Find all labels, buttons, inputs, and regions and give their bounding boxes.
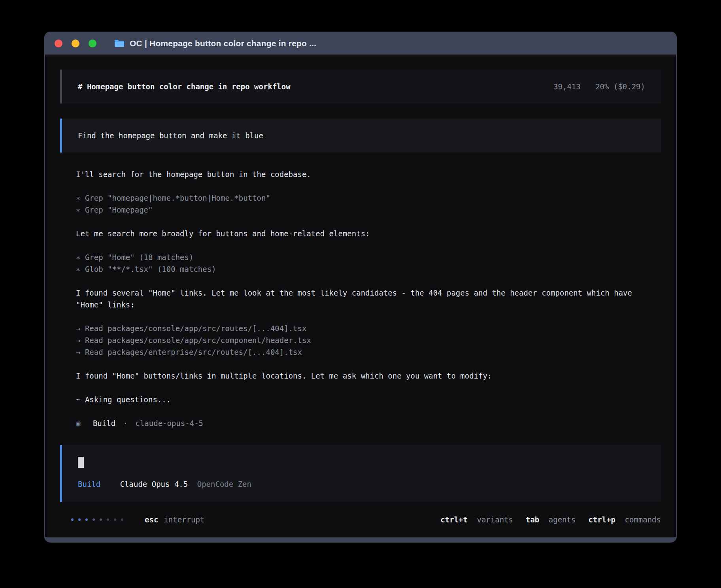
text-cursor [78, 457, 84, 468]
session-title: # Homepage button color change in repo w… [78, 81, 291, 92]
folder-icon [114, 39, 125, 48]
token-count: 39,413 [553, 82, 581, 91]
tool-call-read: → Read packages/enterprise/src/routes/[.… [76, 346, 645, 358]
mode-label: Build [78, 480, 100, 488]
tool-call-glob: ∗ Glob "**/*.tsx" (100 matches) [76, 263, 645, 275]
zoom-button[interactable] [89, 40, 96, 47]
model-label: Claude Opus 4.5 [120, 480, 188, 488]
window-title: OC | Homepage button color change in rep… [130, 39, 316, 48]
agent-model: claude-opus-4-5 [135, 419, 203, 428]
status-bar: esc interrupt ctrl+t variants tab agents… [60, 514, 661, 526]
session-header: # Homepage button color change in repo w… [60, 70, 661, 104]
close-button[interactable] [55, 40, 62, 47]
traffic-lights [55, 40, 106, 47]
status-bar-right: ctrl+t variants tab agents ctrl+p comman… [428, 514, 661, 526]
agent-icon: ▣ [76, 419, 80, 428]
tool-call-read: → Read packages/console/app/src/componen… [76, 334, 645, 346]
context-usage: 20% ($0.29) [595, 82, 645, 91]
user-message: Find the homepage button and make it blu… [60, 119, 661, 153]
prompt-input[interactable]: Build Claude Opus 4.5 OpenCode Zen [60, 445, 661, 502]
agent-status: ▣ Build · claude-opus-4-5 [76, 417, 645, 429]
tool-call-grep: ∗ Grep "homepage|home.*button|Home.*butt… [76, 192, 645, 204]
assistant-text: I found "Home" buttons/links in multiple… [76, 370, 645, 382]
esc-key-hint: esc [145, 514, 158, 526]
terminal-window: OC | Homepage button color change in rep… [44, 32, 677, 543]
assistant-status-text: ~ Asking questions... [76, 394, 645, 405]
spinner-dots [71, 518, 128, 521]
minimize-button[interactable] [72, 40, 79, 47]
agent-separator: · [123, 419, 128, 428]
assistant-text: I'll search for the homepage button in t… [76, 168, 645, 180]
assistant-text: Let me search more broadly for buttons a… [76, 228, 645, 239]
shortcut-variants: ctrl+t variants [440, 514, 513, 526]
prompt-input-line[interactable] [78, 457, 645, 469]
transcript: I'll search for the homepage button in t… [60, 153, 661, 429]
status-bar-left: esc interrupt [60, 514, 204, 526]
agent-name: Build [93, 419, 115, 428]
assistant-text: I found several "Home" links. Let me loo… [76, 287, 645, 311]
esc-key-label: interrupt [164, 514, 204, 526]
tool-call-grep: ∗ Grep "Homepage" [76, 204, 645, 216]
terminal-content: # Homepage button color change in repo w… [45, 55, 676, 537]
prompt-footer: Build Claude Opus 4.5 OpenCode Zen [78, 478, 645, 490]
user-message-text: Find the homepage button and make it blu… [78, 131, 263, 140]
provider-label: OpenCode Zen [197, 480, 251, 488]
shortcut-agents: tab agents [526, 514, 576, 526]
shortcut-commands: ctrl+p commands [588, 514, 661, 526]
titlebar: OC | Homepage button color change in rep… [45, 32, 676, 55]
session-stats: 39,413 20% ($0.29) [553, 81, 645, 92]
tool-call-read: → Read packages/console/app/src/routes/[… [76, 322, 645, 334]
tool-call-grep: ∗ Grep "Home" (18 matches) [76, 251, 645, 263]
